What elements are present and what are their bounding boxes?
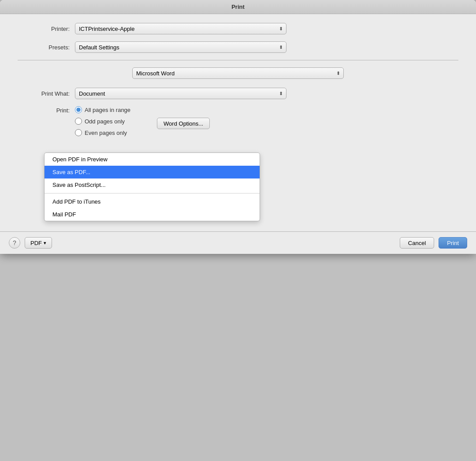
pdf-menu-save-pdf[interactable]: Save as PDF... [45, 166, 260, 178]
print-what-row: Print What: Document [18, 88, 458, 99]
presets-label: Presets: [18, 44, 75, 51]
bottom-bar: ? PDF Open PDF in Preview Save as PDF...… [0, 232, 476, 254]
title-bar: Print [0, 0, 476, 14]
section-select-wrapper-inner: Microsoft Word [132, 67, 344, 79]
help-button[interactable]: ? [9, 237, 20, 249]
radio-even-pages-label: Even pages only [85, 130, 127, 136]
print-dialog: Print Printer: ICTPrintservice-Apple Pre… [0, 0, 476, 254]
pdf-menu-mail-pdf[interactable]: Mail PDF [45, 208, 260, 221]
radio-all-pages[interactable]: All pages in range [75, 106, 130, 113]
printer-row: Printer: ICTPrintservice-Apple [18, 23, 458, 34]
top-divider [18, 60, 458, 60]
presets-row: Presets: Default Settings [18, 41, 458, 53]
printer-select[interactable]: ICTPrintservice-Apple [75, 23, 286, 34]
pdf-button[interactable]: PDF [25, 237, 52, 249]
printer-select-wrapper: ICTPrintservice-Apple [75, 23, 286, 34]
pdf-menu-divider [45, 193, 260, 193]
radio-odd-pages-label: Odd pages only [85, 118, 125, 125]
print-what-select[interactable]: Document [75, 88, 286, 99]
print-radio-group: All pages in range Odd pages only Even p… [75, 106, 130, 136]
print-radio-label: Print: [18, 106, 75, 114]
radio-all-pages-input[interactable] [75, 106, 82, 113]
pdf-menu-save-postscript[interactable]: Save as PostScript... [45, 178, 260, 191]
pdf-button-label: PDF [30, 240, 42, 246]
presets-select-wrapper: Default Settings [75, 41, 286, 53]
radio-even-pages-input[interactable] [75, 129, 82, 136]
print-options-row: Print: All pages in range Odd pages only… [18, 106, 458, 136]
print-what-label: Print What: [18, 90, 75, 97]
print-button[interactable]: Print [439, 237, 467, 249]
pdf-menu-add-itunes[interactable]: Add PDF to iTunes [45, 195, 260, 208]
radio-odd-pages-input[interactable] [75, 118, 82, 125]
print-what-select-wrapper: Document [75, 88, 286, 99]
word-options-button[interactable]: Word Options... [157, 118, 210, 129]
print-and-word: All pages in range Odd pages only Even p… [75, 106, 210, 136]
dialog-title: Print [231, 4, 245, 10]
pdf-dropdown-menu: Open PDF in Preview Save as PDF... Save … [44, 152, 260, 221]
presets-select[interactable]: Default Settings [75, 41, 286, 53]
section-select-row: Microsoft Word [18, 67, 458, 79]
radio-odd-pages[interactable]: Odd pages only [75, 118, 130, 125]
printer-label: Printer: [18, 26, 75, 32]
pdf-menu-open-preview[interactable]: Open PDF in Preview [45, 153, 260, 166]
cancel-button[interactable]: Cancel [400, 237, 434, 249]
radio-all-pages-label: All pages in range [85, 107, 130, 113]
section-select[interactable]: Microsoft Word [132, 67, 344, 79]
radio-even-pages[interactable]: Even pages only [75, 129, 130, 136]
